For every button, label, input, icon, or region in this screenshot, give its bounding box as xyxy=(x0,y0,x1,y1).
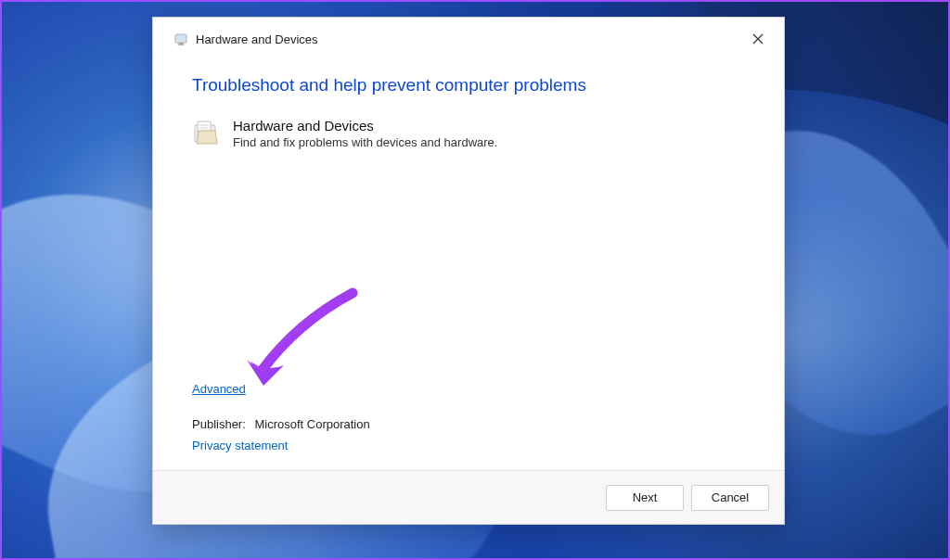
svg-rect-2 xyxy=(179,43,183,45)
folder-document-icon xyxy=(192,118,222,147)
troubleshooter-title: Hardware and Devices xyxy=(233,118,497,134)
next-button[interactable]: Next xyxy=(606,485,684,511)
publisher-value: Microsoft Corporation xyxy=(254,417,369,431)
troubleshooter-description: Find and fix problems with devices and h… xyxy=(233,135,497,149)
svg-rect-1 xyxy=(176,35,186,41)
publisher-row: Publisher: Microsoft Corporation xyxy=(192,417,370,431)
close-icon xyxy=(752,33,764,45)
titlebar: Hardware and Devices xyxy=(153,18,784,60)
publisher-label: Publisher: xyxy=(192,417,246,431)
close-button[interactable] xyxy=(743,24,773,54)
dialog-content: Troubleshoot and help prevent computer p… xyxy=(153,60,784,470)
advanced-link[interactable]: Advanced xyxy=(192,382,246,396)
troubleshooter-item: Hardware and Devices Find and fix proble… xyxy=(192,118,747,149)
cancel-button[interactable]: Cancel xyxy=(691,485,769,511)
troubleshooter-dialog: Hardware and Devices Troubleshoot and he… xyxy=(152,17,785,525)
page-heading: Troubleshoot and help prevent computer p… xyxy=(192,75,747,95)
dialog-footer: Next Cancel xyxy=(153,470,784,524)
privacy-statement-link[interactable]: Privacy statement xyxy=(192,439,288,452)
window-title: Hardware and Devices xyxy=(196,32,318,46)
troubleshooter-icon xyxy=(173,32,188,46)
svg-rect-3 xyxy=(178,45,185,45)
